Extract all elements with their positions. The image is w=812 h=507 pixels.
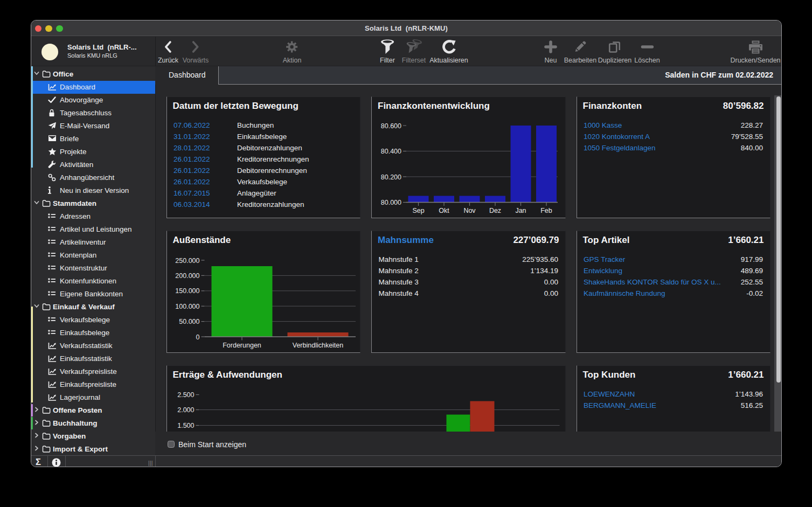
svg-text:Feb: Feb [540,207,552,214]
svg-text:150.000: 150.000 [175,287,199,295]
svg-text:250.000: 250.000 [175,256,199,264]
svg-text:1.500: 1.500 [177,422,194,429]
svg-text:80.600: 80.600 [381,122,401,129]
svg-text:200.000: 200.000 [175,272,199,279]
svg-text:Forderungen: Forderungen [223,342,261,349]
svg-text:Sep: Sep [412,207,424,214]
svg-text:80.200: 80.200 [381,173,401,180]
svg-text:2.500: 2.500 [177,391,194,399]
svg-text:Verbindlichkeiten: Verbindlichkeiten [292,342,343,349]
svg-text:Dez: Dez [489,207,501,214]
svg-text:80.400: 80.400 [381,148,401,155]
svg-text:Nov: Nov [463,207,476,214]
svg-text:100.000: 100.000 [175,302,199,310]
svg-text:50.000: 50.000 [179,318,199,325]
svg-text:0: 0 [196,333,199,341]
svg-text:80.000: 80.000 [381,199,401,206]
svg-text:Okt: Okt [439,207,449,214]
svg-text:2.000: 2.000 [177,406,194,414]
svg-text:Jan: Jan [515,207,526,214]
